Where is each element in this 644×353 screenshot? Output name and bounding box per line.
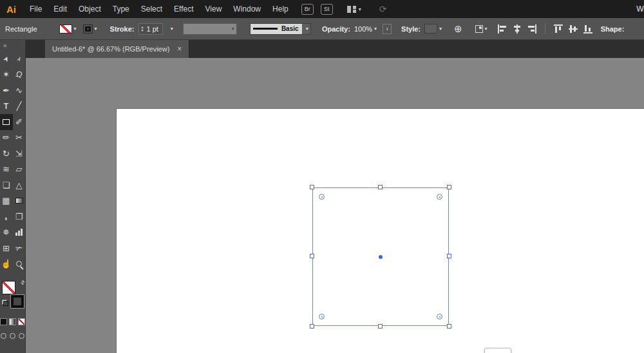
arrange-documents-caret-icon[interactable]: ▾ [359, 6, 361, 12]
line-segment-tool[interactable]: ╱ [13, 99, 26, 115]
selection-handle-nw[interactable] [310, 185, 314, 189]
width-profile-dropdown[interactable]: ▾ [183, 23, 237, 35]
sync-icon[interactable]: ⟳ [379, 4, 387, 14]
scale-tool[interactable]: ⇲ [13, 146, 26, 162]
stock-button[interactable]: St [321, 4, 333, 15]
gradient-button[interactable] [9, 318, 16, 325]
magic-wand-tool[interactable]: ✶ [0, 67, 13, 83]
free-transform-tool[interactable]: ▱ [13, 162, 26, 178]
brush-caret-button[interactable]: ▾ [302, 24, 310, 34]
menu-window[interactable]: Window [227, 5, 267, 14]
selection-handle-ne[interactable] [447, 185, 451, 189]
stroke-weight-stepper[interactable]: ▴ ▾ [141, 26, 143, 32]
bridge-button[interactable]: Br [301, 4, 314, 15]
corner-widget-se[interactable] [437, 314, 442, 320]
selection-handle-sw[interactable] [310, 324, 314, 329]
selected-rectangle[interactable] [312, 187, 449, 326]
swap-fill-stroke-icon[interactable]: ⇄ [19, 279, 26, 286]
stroke-proxy-swatch[interactable] [11, 295, 24, 308]
menu-help[interactable]: Help [267, 5, 294, 14]
menu-object[interactable]: Object [73, 5, 107, 14]
corner-widget-sw[interactable] [319, 314, 325, 320]
stroke-color-caret-icon[interactable]: ▾ [95, 26, 97, 32]
curvature-tool[interactable]: ∿ [13, 82, 26, 99]
canvas[interactable] [26, 58, 644, 353]
draw-inside-icon[interactable] [19, 333, 24, 339]
workspace-label[interactable]: We [636, 5, 644, 14]
center-point[interactable] [379, 255, 383, 259]
width-tool[interactable]: ≋ [0, 162, 13, 178]
web-globe-icon[interactable]: ⊕ [454, 24, 462, 33]
floating-widget [484, 348, 511, 353]
menu-edit[interactable]: Edit [48, 5, 73, 14]
stroke-weight-field[interactable]: ▴ ▾ 1 pt [138, 23, 162, 35]
collapse-panel-icon[interactable]: « [0, 40, 25, 49]
color-button[interactable] [0, 318, 7, 325]
horizontal-align-center-icon[interactable] [513, 24, 522, 33]
direct-selection-tool[interactable]: ➢ [13, 51, 26, 67]
draw-behind-icon[interactable] [10, 333, 15, 339]
none-button[interactable] [18, 318, 25, 325]
stroke-color-swatch[interactable] [83, 24, 93, 33]
selection-handle-e[interactable] [447, 254, 451, 258]
default-fill-stroke-icon[interactable] [2, 300, 8, 306]
fill-proxy-swatch[interactable] [2, 281, 15, 294]
document-setup-icon [475, 25, 483, 33]
pen-tool[interactable]: ✒ [0, 82, 13, 99]
align-divider [545, 23, 545, 34]
artboard-tool[interactable]: ⊞ [0, 240, 13, 256]
brush-definition-dropdown[interactable]: Basic ▾ [250, 23, 311, 35]
vertical-align-top-icon[interactable] [554, 24, 563, 33]
menu-effect[interactable]: Effect [168, 5, 199, 14]
graphic-style-caret-icon[interactable]: ▾ [439, 26, 442, 32]
paintbrush-tool[interactable]: ✐ [13, 114, 26, 130]
stroke-weight-value[interactable]: 1 pt [147, 25, 158, 33]
opacity-value[interactable]: 100% [354, 25, 372, 33]
blend-tool[interactable]: ❐ [13, 209, 26, 225]
shape-builder-tool[interactable]: ❏ [0, 177, 13, 193]
selection-handle-w[interactable] [310, 254, 314, 258]
style-label: Style: [401, 25, 421, 33]
graphic-style-swatch[interactable] [424, 24, 437, 33]
corner-widget-ne[interactable] [437, 194, 442, 200]
stepper-down-icon[interactable]: ▾ [141, 29, 143, 32]
eyedropper-tool[interactable]: ❜ [0, 209, 13, 225]
zoom-tool[interactable] [13, 256, 26, 272]
stroke-weight-caret-icon[interactable]: ▾ [171, 26, 173, 32]
opacity-caret-icon[interactable]: ▾ [374, 26, 377, 32]
draw-normal-icon[interactable] [1, 333, 6, 339]
rotate-tool[interactable]: ↻ [0, 146, 13, 162]
scissors-tool[interactable]: ✂ [13, 130, 26, 146]
corner-widget-nw[interactable] [319, 194, 325, 200]
perspective-grid-tool[interactable]: △ [13, 177, 26, 193]
slice-tool[interactable]: ✃ [13, 240, 26, 256]
horizontal-align-right-icon[interactable] [527, 24, 536, 33]
fill-color-swatch[interactable] [59, 24, 72, 33]
arrange-documents-icon[interactable] [347, 6, 356, 13]
vertical-align-center-icon[interactable] [569, 24, 578, 33]
pencil-tool[interactable]: ✏ [0, 130, 13, 146]
symbol-sprayer-tool[interactable]: ✵ [0, 225, 13, 241]
menu-select[interactable]: Select [135, 5, 168, 14]
selection-handle-s[interactable] [378, 324, 383, 329]
document-tab[interactable]: Untitled-6* @ 66.67% (RGB/Preview) × [45, 40, 189, 58]
column-graph-tool[interactable] [13, 225, 26, 241]
rectangle-tool[interactable] [0, 114, 13, 130]
fill-color-caret-icon[interactable]: ▾ [74, 26, 77, 32]
tab-close-icon[interactable]: × [177, 45, 182, 53]
menu-view[interactable]: View [200, 5, 228, 14]
document-setup-control[interactable]: ▾ [475, 25, 488, 33]
selection-tool[interactable]: ➤ [0, 51, 13, 67]
opacity-panel-button[interactable]: › [383, 24, 392, 34]
menu-type[interactable]: Type [107, 5, 135, 14]
gradient-tool[interactable] [13, 193, 26, 209]
hand-tool[interactable]: ☝ [0, 256, 13, 272]
mesh-tool[interactable]: ▦ [0, 193, 13, 209]
vertical-align-bottom-icon[interactable] [583, 24, 592, 33]
menu-file[interactable]: File [24, 5, 48, 14]
selection-handle-n[interactable] [378, 185, 383, 189]
type-tool[interactable]: T [0, 99, 13, 115]
selection-handle-se[interactable] [447, 324, 451, 329]
horizontal-align-left-icon[interactable] [498, 24, 507, 33]
lasso-tool[interactable]: Ω [13, 67, 26, 83]
